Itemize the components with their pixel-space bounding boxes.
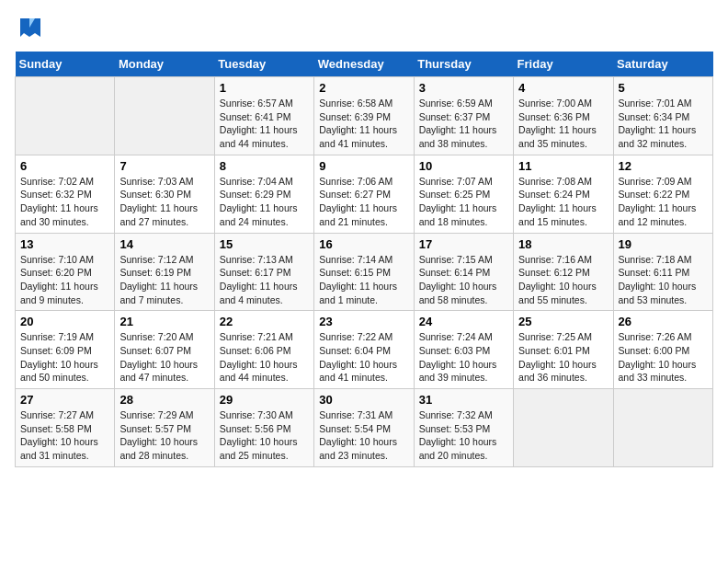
page-header <box>15 15 713 44</box>
calendar-header-row: SundayMondayTuesdayWednesdayThursdayFrid… <box>16 52 713 77</box>
day-info: Sunrise: 7:32 AM Sunset: 5:53 PM Dayligh… <box>419 408 508 463</box>
weekday-header-sunday: Sunday <box>16 52 115 77</box>
calendar-cell <box>613 389 712 467</box>
day-number: 3 <box>419 81 508 95</box>
calendar-cell: 20Sunrise: 7:19 AM Sunset: 6:09 PM Dayli… <box>16 311 115 389</box>
weekday-header-saturday: Saturday <box>613 52 712 77</box>
day-info: Sunrise: 7:12 AM Sunset: 6:19 PM Dayligh… <box>119 253 209 307</box>
weekday-header-tuesday: Tuesday <box>214 52 313 77</box>
day-info: Sunrise: 6:59 AM Sunset: 6:37 PM Dayligh… <box>419 97 508 151</box>
calendar-cell: 17Sunrise: 7:15 AM Sunset: 6:14 PM Dayli… <box>414 233 513 311</box>
calendar-cell: 8Sunrise: 7:04 AM Sunset: 6:29 PM Daylig… <box>214 155 313 233</box>
logo <box>15 15 42 44</box>
calendar-cell: 2Sunrise: 6:58 AM Sunset: 6:39 PM Daylig… <box>314 77 414 155</box>
calendar-cell: 27Sunrise: 7:27 AM Sunset: 5:58 PM Dayli… <box>16 389 115 467</box>
logo-flag-icon <box>17 15 42 40</box>
day-number: 11 <box>518 159 608 173</box>
day-info: Sunrise: 7:14 AM Sunset: 6:15 PM Dayligh… <box>319 253 408 307</box>
day-info: Sunrise: 7:01 AM Sunset: 6:34 PM Dayligh… <box>619 97 708 151</box>
calendar-cell: 28Sunrise: 7:29 AM Sunset: 5:57 PM Dayli… <box>115 389 214 467</box>
calendar-cell: 10Sunrise: 7:07 AM Sunset: 6:25 PM Dayli… <box>414 155 513 233</box>
calendar-week-row: 1Sunrise: 6:57 AM Sunset: 6:41 PM Daylig… <box>16 77 713 155</box>
day-info: Sunrise: 7:10 AM Sunset: 6:20 PM Dayligh… <box>20 253 109 307</box>
calendar-week-row: 20Sunrise: 7:19 AM Sunset: 6:09 PM Dayli… <box>16 311 713 389</box>
day-info: Sunrise: 7:19 AM Sunset: 6:09 PM Dayligh… <box>20 330 109 385</box>
calendar-cell: 14Sunrise: 7:12 AM Sunset: 6:19 PM Dayli… <box>115 233 214 311</box>
day-number: 15 <box>220 237 309 251</box>
day-info: Sunrise: 7:25 AM Sunset: 6:01 PM Dayligh… <box>518 330 608 385</box>
calendar-cell: 21Sunrise: 7:20 AM Sunset: 6:07 PM Dayli… <box>115 311 214 389</box>
day-info: Sunrise: 7:02 AM Sunset: 6:32 PM Dayligh… <box>20 175 109 229</box>
day-info: Sunrise: 7:09 AM Sunset: 6:22 PM Dayligh… <box>619 175 708 229</box>
day-number: 31 <box>419 393 508 407</box>
calendar-cell: 23Sunrise: 7:22 AM Sunset: 6:04 PM Dayli… <box>314 311 414 389</box>
calendar-cell: 30Sunrise: 7:31 AM Sunset: 5:54 PM Dayli… <box>314 389 414 467</box>
day-info: Sunrise: 7:03 AM Sunset: 6:30 PM Dayligh… <box>119 175 209 229</box>
day-number: 2 <box>319 81 408 95</box>
calendar-cell: 9Sunrise: 7:06 AM Sunset: 6:27 PM Daylig… <box>314 155 414 233</box>
day-info: Sunrise: 7:15 AM Sunset: 6:14 PM Dayligh… <box>419 253 508 307</box>
day-info: Sunrise: 7:18 AM Sunset: 6:11 PM Dayligh… <box>619 253 708 307</box>
day-info: Sunrise: 7:08 AM Sunset: 6:24 PM Dayligh… <box>518 175 608 229</box>
calendar-week-row: 6Sunrise: 7:02 AM Sunset: 6:32 PM Daylig… <box>16 155 713 233</box>
day-number: 21 <box>119 315 209 328</box>
day-info: Sunrise: 7:13 AM Sunset: 6:17 PM Dayligh… <box>220 253 309 307</box>
day-info: Sunrise: 7:30 AM Sunset: 5:56 PM Dayligh… <box>220 408 309 463</box>
calendar-cell: 26Sunrise: 7:26 AM Sunset: 6:00 PM Dayli… <box>613 311 712 389</box>
day-number: 7 <box>119 159 209 173</box>
day-number: 17 <box>419 237 508 251</box>
calendar-cell: 19Sunrise: 7:18 AM Sunset: 6:11 PM Dayli… <box>613 233 712 311</box>
day-info: Sunrise: 7:21 AM Sunset: 6:06 PM Dayligh… <box>220 330 309 385</box>
calendar-cell: 12Sunrise: 7:09 AM Sunset: 6:22 PM Dayli… <box>613 155 712 233</box>
day-number: 9 <box>319 159 408 173</box>
day-info: Sunrise: 7:20 AM Sunset: 6:07 PM Dayligh… <box>119 330 209 385</box>
day-info: Sunrise: 7:26 AM Sunset: 6:00 PM Dayligh… <box>619 330 708 385</box>
calendar-cell: 24Sunrise: 7:24 AM Sunset: 6:03 PM Dayli… <box>414 311 513 389</box>
calendar-body: 1Sunrise: 6:57 AM Sunset: 6:41 PM Daylig… <box>16 77 713 467</box>
day-number: 24 <box>419 315 508 328</box>
day-number: 1 <box>220 81 309 95</box>
calendar-cell <box>514 389 613 467</box>
day-number: 22 <box>220 315 309 328</box>
calendar-cell: 18Sunrise: 7:16 AM Sunset: 6:12 PM Dayli… <box>514 233 613 311</box>
day-info: Sunrise: 7:00 AM Sunset: 6:36 PM Dayligh… <box>518 97 608 151</box>
calendar-week-row: 27Sunrise: 7:27 AM Sunset: 5:58 PM Dayli… <box>16 389 713 467</box>
calendar-cell: 15Sunrise: 7:13 AM Sunset: 6:17 PM Dayli… <box>214 233 313 311</box>
calendar-cell: 6Sunrise: 7:02 AM Sunset: 6:32 PM Daylig… <box>16 155 115 233</box>
day-info: Sunrise: 7:16 AM Sunset: 6:12 PM Dayligh… <box>518 253 608 307</box>
weekday-header-friday: Friday <box>514 52 613 77</box>
calendar-cell: 29Sunrise: 7:30 AM Sunset: 5:56 PM Dayli… <box>214 389 313 467</box>
day-info: Sunrise: 7:22 AM Sunset: 6:04 PM Dayligh… <box>319 330 408 385</box>
day-info: Sunrise: 7:31 AM Sunset: 5:54 PM Dayligh… <box>319 408 408 463</box>
day-number: 13 <box>20 237 109 251</box>
day-number: 6 <box>20 159 109 173</box>
calendar-cell: 16Sunrise: 7:14 AM Sunset: 6:15 PM Dayli… <box>314 233 414 311</box>
day-info: Sunrise: 7:27 AM Sunset: 5:58 PM Dayligh… <box>20 408 109 463</box>
calendar-cell: 31Sunrise: 7:32 AM Sunset: 5:53 PM Dayli… <box>414 389 513 467</box>
calendar-cell: 13Sunrise: 7:10 AM Sunset: 6:20 PM Dayli… <box>16 233 115 311</box>
calendar-cell: 3Sunrise: 6:59 AM Sunset: 6:37 PM Daylig… <box>414 77 513 155</box>
day-number: 23 <box>319 315 408 328</box>
day-number: 20 <box>20 315 109 328</box>
day-info: Sunrise: 7:29 AM Sunset: 5:57 PM Dayligh… <box>119 408 209 463</box>
calendar-cell: 25Sunrise: 7:25 AM Sunset: 6:01 PM Dayli… <box>514 311 613 389</box>
calendar-table: SundayMondayTuesdayWednesdayThursdayFrid… <box>15 52 713 467</box>
day-number: 28 <box>119 393 209 407</box>
weekday-header-wednesday: Wednesday <box>314 52 414 77</box>
calendar-cell <box>16 77 115 155</box>
day-number: 12 <box>619 159 708 173</box>
calendar-cell: 22Sunrise: 7:21 AM Sunset: 6:06 PM Dayli… <box>214 311 313 389</box>
day-number: 30 <box>319 393 408 407</box>
day-number: 8 <box>220 159 309 173</box>
day-info: Sunrise: 7:06 AM Sunset: 6:27 PM Dayligh… <box>319 175 408 229</box>
day-info: Sunrise: 7:07 AM Sunset: 6:25 PM Dayligh… <box>419 175 508 229</box>
day-number: 19 <box>619 237 708 251</box>
calendar-week-row: 13Sunrise: 7:10 AM Sunset: 6:20 PM Dayli… <box>16 233 713 311</box>
calendar-cell: 5Sunrise: 7:01 AM Sunset: 6:34 PM Daylig… <box>613 77 712 155</box>
calendar-cell: 4Sunrise: 7:00 AM Sunset: 6:36 PM Daylig… <box>514 77 613 155</box>
day-info: Sunrise: 7:24 AM Sunset: 6:03 PM Dayligh… <box>419 330 508 385</box>
day-info: Sunrise: 6:58 AM Sunset: 6:39 PM Dayligh… <box>319 97 408 151</box>
calendar-cell: 1Sunrise: 6:57 AM Sunset: 6:41 PM Daylig… <box>214 77 313 155</box>
calendar-cell: 7Sunrise: 7:03 AM Sunset: 6:30 PM Daylig… <box>115 155 214 233</box>
day-number: 29 <box>220 393 309 407</box>
